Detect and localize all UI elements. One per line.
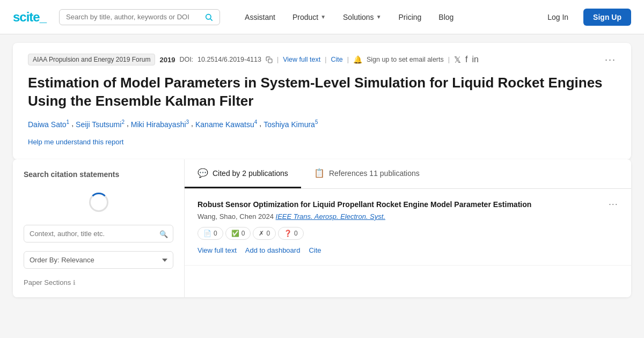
order-by-select[interactable]: Order By: Relevance Order By: Date Order… [24,251,173,269]
paper-title: Estimation of Model Parameters in System… [28,74,616,111]
paper-meta-row: AIAA Propulsion and Energy 2019 Forum 20… [28,54,616,65]
login-button[interactable]: Log In [539,9,577,25]
paper-header-card: AIAA Propulsion and Energy 2019 Forum 20… [13,43,631,159]
svg-rect-2 [268,58,272,62]
bell-icon[interactable]: 🔔 [353,55,362,64]
author-5[interactable]: Toshiya Kimura5 [264,119,318,129]
more-options-button[interactable]: ··· [609,200,618,209]
citation-journal[interactable]: IEEE Trans. Aerosp. Electron. Syst. [276,212,385,221]
paper-year: 2019 [159,56,175,64]
tabs-row: 💬 Cited by 2 publications 📋 References 1… [185,159,631,189]
twitter-icon[interactable]: 𝕏 [454,55,461,65]
citation-actions: View full text Add to dashboard Cite [197,246,609,254]
spinner [89,193,108,212]
svg-point-0 [206,14,211,19]
badge-mentioning: ❓ 0 [278,227,304,240]
author-3[interactable]: Miki Hirabayashi3 [131,119,189,129]
search-icon [204,13,213,21]
tab-cited-by[interactable]: 💬 Cited by 2 publications [185,159,301,188]
check-icon: ✅ [231,230,239,237]
add-to-dashboard-action[interactable]: Add to dashboard [245,246,301,254]
nav-item-product[interactable]: Product ▼ [285,10,333,25]
cite-action[interactable]: Cite [309,246,321,254]
svg-line-1 [210,19,213,21]
venue-badge: AIAA Propulsion and Energy 2019 Forum [28,54,155,65]
document-icon: 📄 [203,230,211,237]
citation-card: Robust Sensor Optimization for Liquid Pr… [185,189,631,266]
badge-total: 📄 0 [197,227,223,240]
linkedin-icon[interactable]: in [472,55,478,64]
citation-search-input[interactable] [24,225,173,243]
main-panel: 💬 Cited by 2 publications 📋 References 1… [185,159,631,297]
search-icon: 🔍 [159,230,168,238]
search-bar[interactable] [59,9,220,25]
author-4[interactable]: Kaname Kawatsu4 [195,119,257,129]
social-icons: 𝕏 f in [454,55,479,65]
sidebar: Search citation statements 🔍 Order By: R… [13,159,185,297]
info-icon: ℹ [73,279,76,286]
clipboard-icon: 📋 [314,168,325,178]
nav-item-blog[interactable]: Blog [431,10,461,25]
sidebar-title: Search citation statements [24,170,173,179]
paper-sections-label: Paper Sections ℹ [24,278,173,286]
search-input[interactable] [66,13,200,21]
signup-button[interactable]: Sign Up [583,9,631,26]
nav-item-pricing[interactable]: Pricing [391,10,429,25]
nav-right: Log In Sign Up [539,9,631,26]
order-select-row: Order By: Relevance Order By: Date Order… [24,251,173,269]
citation-badges: 📄 0 ✅ 0 ✗ 0 ❓ [197,227,609,240]
citation-title: Robust Sensor Optimization for Liquid Pr… [197,200,609,210]
question-icon: ❓ [284,230,292,237]
badge-supporting: ✅ 0 [225,227,251,240]
cross-icon: ✗ [259,230,264,237]
tab-references[interactable]: 📋 References 11 publications [301,159,433,188]
more-options-button[interactable]: ··· [605,54,616,65]
chevron-down-icon: ▼ [376,14,382,20]
authors-row: Daiwa Sato1, Seiji Tsutsumi2, Miki Hirab… [28,119,616,129]
doi-value: 10.2514/6.2019-4113 [197,56,261,63]
chevron-down-icon: ▼ [320,14,326,20]
view-full-text-action[interactable]: View full text [197,246,237,254]
facebook-icon[interactable]: f [465,55,467,64]
help-understand-link[interactable]: Help me understand this report [28,138,123,146]
alert-text: Sign up to set email alerts [367,56,444,63]
author-2[interactable]: Seiji Tsutsumi2 [76,119,125,129]
site-logo[interactable]: scite_ [13,10,46,25]
cite-link[interactable]: Cite [331,56,342,63]
nav-item-assistant[interactable]: Assistant [237,10,283,25]
loading-spinner [24,186,173,218]
author-1[interactable]: Daiwa Sato1 [28,119,69,129]
citation-search-container: 🔍 [24,225,173,243]
nav-links: Assistant Product ▼ Solutions ▼ Pricing … [237,10,535,25]
view-full-text-link[interactable]: View full text [283,56,320,63]
bottom-section: Search citation statements 🔍 Order By: R… [13,159,631,297]
nav-item-solutions[interactable]: Solutions ▼ [335,10,389,25]
copy-icon[interactable] [266,56,273,63]
chat-icon: 💬 [197,168,208,178]
badge-contrasting: ✗ 0 [253,227,276,240]
doi-label: DOI: [179,56,193,63]
navbar: scite_ Assistant Product ▼ Solutions ▼ P… [0,0,644,34]
citation-authors: Wang, Shao, Chen 2024 IEEE Trans. Aerosp… [197,212,609,221]
